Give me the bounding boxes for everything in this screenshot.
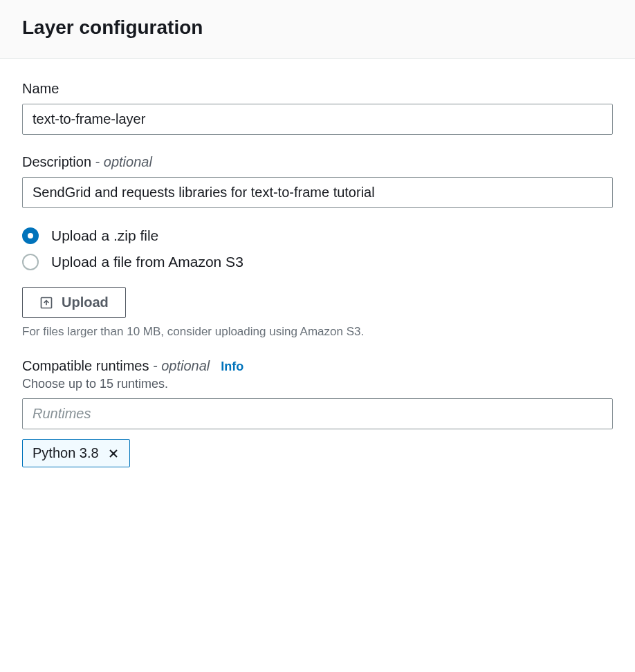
close-icon[interactable] xyxy=(107,447,120,460)
form-content: Name Description - optional Upload a .zi… xyxy=(0,59,635,509)
runtimes-select[interactable]: Runtimes xyxy=(22,398,613,429)
description-group: Description - optional xyxy=(22,154,613,208)
description-input[interactable] xyxy=(22,177,613,208)
radio-circle-unselected xyxy=(22,254,39,270)
upload-button[interactable]: Upload xyxy=(22,287,126,318)
runtime-tag-label: Python 3.8 xyxy=(33,445,99,461)
description-label: Description - optional xyxy=(22,154,613,170)
runtimes-label-text: Compatible runtimes xyxy=(22,358,149,373)
runtimes-info-link[interactable]: Info xyxy=(221,360,243,374)
runtimes-group: Compatible runtimes - optional Info Choo… xyxy=(22,358,613,467)
radio-option-s3[interactable]: Upload a file from Amazon S3 xyxy=(22,254,613,270)
radio-circle-selected xyxy=(22,227,39,244)
radio-label-s3: Upload a file from Amazon S3 xyxy=(51,254,243,270)
radio-label-zip: Upload a .zip file xyxy=(51,227,158,244)
description-optional-suffix: - optional xyxy=(91,154,152,169)
name-label: Name xyxy=(22,81,613,97)
upload-helper-text: For files larger than 10 MB, consider up… xyxy=(22,325,613,339)
name-input[interactable] xyxy=(22,104,613,135)
runtimes-optional-suffix: - optional xyxy=(149,358,210,373)
upload-button-label: Upload xyxy=(62,295,109,310)
runtime-tag: Python 3.8 xyxy=(22,439,130,467)
upload-icon xyxy=(39,296,53,310)
page-title: Layer configuration xyxy=(22,17,613,39)
name-group: Name xyxy=(22,81,613,135)
runtimes-label-row: Compatible runtimes - optional Info xyxy=(22,358,613,374)
runtimes-label: Compatible runtimes - optional xyxy=(22,358,210,374)
header-section: Layer configuration xyxy=(0,0,635,59)
radio-option-zip[interactable]: Upload a .zip file xyxy=(22,227,613,244)
runtimes-subtext: Choose up to 15 runtimes. xyxy=(22,377,613,391)
description-label-text: Description xyxy=(22,154,91,169)
upload-source-radio-group: Upload a .zip file Upload a file from Am… xyxy=(22,227,613,270)
